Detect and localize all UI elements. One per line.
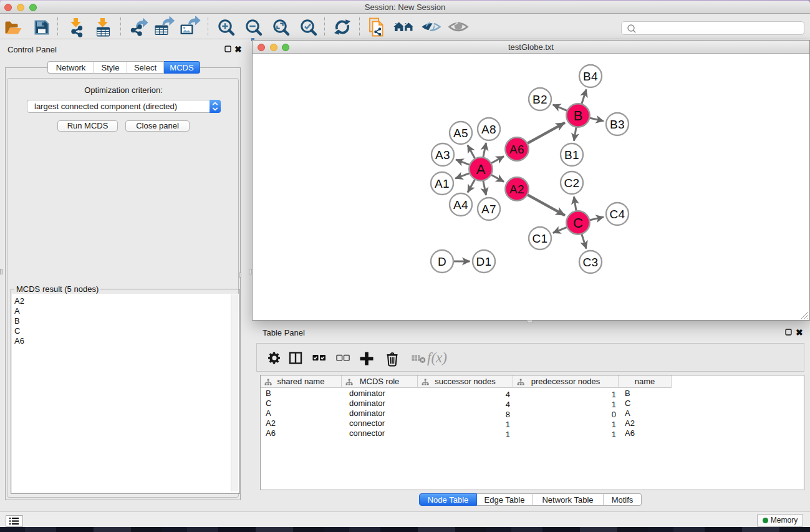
svg-text:B: B: [574, 108, 583, 123]
svg-text:C: C: [573, 215, 583, 231]
svg-text:A3: A3: [435, 148, 450, 162]
svg-text:C3: C3: [582, 256, 598, 269]
svg-text:A: A: [476, 162, 486, 177]
svg-text:B1: B1: [564, 148, 579, 162]
svg-text:A1: A1: [435, 177, 450, 190]
svg-text:D1: D1: [476, 255, 491, 268]
svg-text:B3: B3: [610, 118, 625, 131]
svg-text:A4: A4: [453, 198, 468, 211]
svg-text:C2: C2: [564, 177, 579, 190]
svg-text:A5: A5: [453, 127, 468, 140]
svg-text:C4: C4: [609, 208, 625, 221]
svg-text:A7: A7: [481, 203, 496, 216]
svg-text:A6: A6: [509, 143, 524, 156]
svg-text:C1: C1: [532, 232, 547, 245]
svg-text:B2: B2: [533, 93, 547, 106]
svg-text:D: D: [438, 255, 446, 268]
svg-text:A8: A8: [481, 123, 496, 136]
svg-text:A2: A2: [509, 183, 524, 196]
svg-text:B4: B4: [583, 70, 598, 83]
